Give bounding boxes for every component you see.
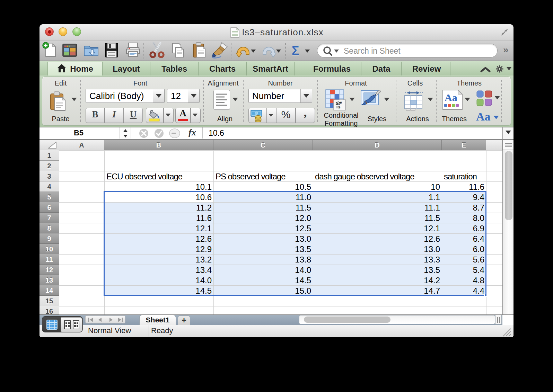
svg-text:⇒: ⇒ [336, 104, 340, 110]
svg-text:Aa: Aa [445, 92, 457, 103]
